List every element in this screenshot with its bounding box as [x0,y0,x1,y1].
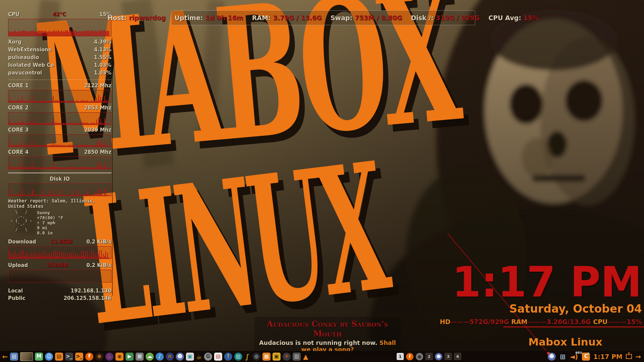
updates-pacman-icon[interactable]: C1 [582,353,590,361]
wine-teapot-icon[interactable]: ☕ [196,353,202,361]
window-switch-icon[interactable]: ▣ [186,353,194,361]
ip-block: Local192.168.1.130 Public206.125.158.146 [8,287,111,302]
clock-stats: HD———572G/929G RAM———3.26G/13.6G CPU———1… [440,318,642,325]
workspace-3[interactable]: 3 [445,353,452,360]
camera-icon[interactable]: ◉ [115,353,123,361]
obs-icon[interactable]: ◎ [252,353,260,361]
flame-icon[interactable]: ♨ [105,353,113,361]
disk-value: 310G / 929G [436,14,480,21]
cpu-stat-label: CPU [593,318,607,325]
taskbar-launchers: ←▨M☺▤>_>_f⊕♨◉▶⊞☁♪∩☻▣☕G▤!▥∫◎▦▣✳▥▲ [2,352,309,361]
firefox-icon[interactable]: f [85,353,93,361]
graffiti-linux: LINUX [79,157,390,333]
upload-block: Upload 253MiB 0.2 KiB/s [8,262,111,282]
divider [8,173,111,173]
file-manager-icon[interactable]: ☺ [45,353,53,361]
cpu-avg-value: 15% [524,14,539,21]
displays-tray-icon[interactable]: ⊞ [560,353,566,361]
local-ip-label: Local [8,287,23,295]
vlc-cone-icon[interactable]: ▲ [303,353,309,361]
upload-graph [8,270,111,282]
gimp-icon[interactable]: G [204,353,212,361]
firefox-window-icon[interactable]: f [406,353,413,360]
wallpaper-stamp-icon[interactable]: ▨ [10,353,18,361]
core3-block: CORE 32039 Mhz [8,127,111,147]
workspace-2[interactable]: 2 [426,353,433,360]
hd-value: 572G/929G [469,318,509,325]
discord-tray-icon[interactable]: ☻ [548,353,556,361]
terminal-dark-icon[interactable]: >_ [65,353,73,361]
headphones-icon[interactable]: ∩ [166,353,174,361]
power-icon[interactable] [626,354,632,359]
volume-tray-icon-badge: 95% [576,352,583,355]
core1-block: CORE 12122 Mhz [8,83,111,103]
diskio-label: Disk IO [8,176,111,182]
volume-tray-icon[interactable]: ◄)95% [570,353,578,361]
ram-value: 3.79G / 13.6G [273,14,322,21]
uptime-label: Uptime: [175,14,203,21]
hd-label: HD [440,318,451,325]
download-total: 11.8GiB [50,239,72,245]
shutter-icon[interactable]: ✳ [283,353,291,361]
mabox-menu-icon[interactable]: M [35,353,43,361]
process-list: Xorg4.39% WebExtensions4.13% pulseaudio1… [8,38,111,77]
core3-graph [8,134,111,147]
weather-wind: ↑ 7 mph [37,220,63,225]
updates-pacman-icon-badge: 1 [588,353,590,356]
download-block: Download 11.8GiB 0.2 KiB/s [8,239,111,259]
conky-system-monitor: CPU 42°C 15% Xorg4.39% WebExtensions4.13… [8,11,111,302]
process-row: Xorg4.39% [8,38,111,46]
app-grid-icon[interactable]: ⊞ [136,353,144,361]
discord-window-icon[interactable]: ☻ [435,353,442,360]
gold-leaf-icon[interactable]: ∫ [244,353,250,361]
weather-widget: Weather report: Salem, Illinois, United … [8,198,111,235]
cloud-green-icon[interactable]: ☁ [146,353,154,361]
download-graph [8,246,111,259]
cloud-music-icon[interactable]: ♪ [156,353,164,361]
alert-icon[interactable]: ! [224,353,232,361]
terminal-orange-icon[interactable]: >_ [75,353,83,361]
swap-label: Swap: [331,14,352,21]
weather-temp: +78(80) °F [37,215,63,220]
cpu-stat-value: 15% [627,318,642,325]
photo-window-icon[interactable]: ▦ [262,353,270,361]
workspace-4[interactable]: 4 [454,353,461,360]
video-editor-icon[interactable]: ▥ [234,353,242,361]
web-globe-icon[interactable]: ⊕ [95,353,103,361]
office-doc-icon[interactable]: ▤ [214,353,222,361]
conky-border-line [112,60,113,296]
diskio-graph [8,183,111,196]
desktop: MABOX LINUX Host:ripwardog Uptime:1d 0h … [0,0,644,362]
discord-icon[interactable]: ☻ [176,353,184,361]
package-icon[interactable]: ▣ [273,353,281,361]
cpu-avg-label: CPU Avg: [488,14,521,21]
download-label: Download [8,239,36,245]
public-ip-value: 206.125.158.146 [64,295,111,302]
audacious-status: Audacious is not running right now. [259,340,377,346]
ram-stat-value: 3.26G/13.6G [547,318,591,325]
core4-graph [8,156,111,169]
weather-values: Sunny +78(80) °F ↑ 7 mph 9 mi 0.0 in [37,210,63,235]
divider [8,80,111,80]
ram-stat-label: RAM [511,318,527,325]
folder-icon[interactable]: ▤ [55,353,63,361]
sphere-window-icon[interactable]: ● [416,353,423,360]
workspace-1[interactable]: 1 [397,353,404,360]
swap-value: 753M / 8.80G [355,14,402,21]
show-desktop-arrow-icon[interactable]: ← [2,353,8,361]
mabox-linux-label: Mabox Linux [528,336,602,348]
desktop-pager-thumbnail[interactable] [20,352,33,361]
process-row: pulseaudio1.55% [8,54,111,61]
weather-sun-ascii-art: \ / .-. - ( ) - `-' / \ [8,210,32,235]
upload-total: 253MiB [47,262,68,268]
taskbar-clock[interactable]: 1:17 PM [593,353,623,360]
weather-condition: Sunny [37,210,63,215]
weather-visibility: 9 mi [37,225,63,230]
process-row: pavucontrol1.03% [8,69,111,77]
conky-top-status-bar: Host:ripwardog Uptime:1d 0h 16m RAM:3.79… [171,10,475,25]
logout-arrow-icon[interactable]: → [635,353,641,361]
film-strip-icon[interactable]: ▥ [293,353,301,361]
discord-tray-icon-notification-dot [547,352,550,355]
screen-recorder-icon[interactable]: ▶ [126,353,134,361]
disk-label: Disk /: [411,14,433,21]
